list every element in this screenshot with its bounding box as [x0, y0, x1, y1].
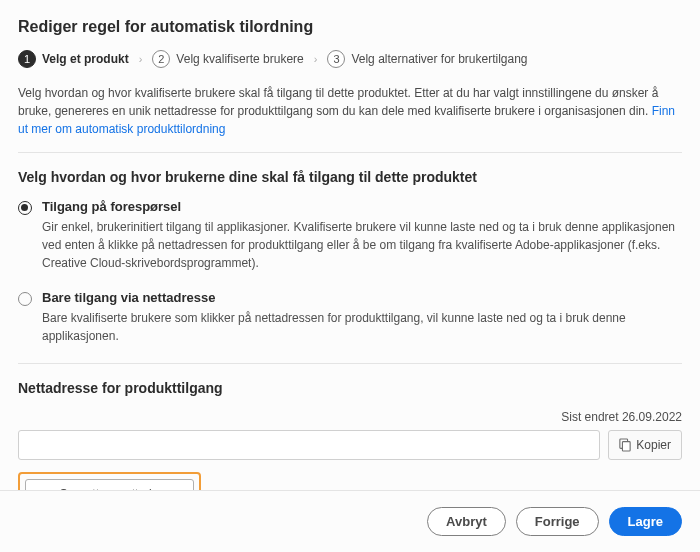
option-on-request[interactable]: Tilgang på forespørsel Gir enkel, bruker… — [18, 199, 682, 272]
copy-icon — [619, 438, 631, 452]
step-1-label: Velg et produkt — [42, 52, 129, 66]
option-on-request-desc: Gir enkel, brukerinitiert tilgang til ap… — [42, 218, 682, 272]
option-url-only-desc: Bare kvalifiserte brukere som klikker på… — [42, 309, 682, 345]
last-modified: Sist endret 26.09.2022 — [18, 410, 682, 424]
step-2-label: Velg kvalifiserte brukere — [176, 52, 303, 66]
option-on-request-title: Tilgang på forespørsel — [42, 199, 682, 214]
previous-button[interactable]: Forrige — [516, 507, 599, 536]
footer: Avbryt Forrige Lagre — [0, 490, 700, 552]
option-url-only[interactable]: Bare tilgang via nettadresse Bare kvalif… — [18, 290, 682, 345]
step-indicator: 1 Velg et produkt › 2 Velg kvalifiserte … — [18, 50, 682, 68]
step-1-number: 1 — [18, 50, 36, 68]
chevron-right-icon: › — [314, 53, 318, 65]
url-heading: Nettadresse for produkttilgang — [18, 380, 682, 396]
copy-button[interactable]: Kopier — [608, 430, 682, 460]
option-url-only-title: Bare tilgang via nettadresse — [42, 290, 682, 305]
step-2-number: 2 — [152, 50, 170, 68]
intro-text: Velg hvordan og hvor kvalifiserte bruker… — [18, 84, 682, 138]
radio-on-request[interactable] — [18, 201, 32, 215]
svg-rect-1 — [623, 442, 631, 451]
step-1[interactable]: 1 Velg et produkt — [18, 50, 129, 68]
url-input[interactable] — [18, 430, 600, 460]
page-title: Rediger regel for automatisk tilordning — [18, 18, 682, 36]
access-heading: Velg hvordan og hvor brukerne dine skal … — [18, 169, 682, 185]
copy-label: Kopier — [636, 438, 671, 452]
divider — [18, 363, 682, 364]
divider — [18, 152, 682, 153]
step-3[interactable]: 3 Velg alternativer for brukertilgang — [327, 50, 527, 68]
step-3-label: Velg alternativer for brukertilgang — [351, 52, 527, 66]
cancel-button[interactable]: Avbryt — [427, 507, 506, 536]
chevron-right-icon: › — [139, 53, 143, 65]
intro-content: Velg hvordan og hvor kvalifiserte bruker… — [18, 86, 658, 118]
save-button[interactable]: Lagre — [609, 507, 682, 536]
step-2[interactable]: 2 Velg kvalifiserte brukere — [152, 50, 303, 68]
step-3-number: 3 — [327, 50, 345, 68]
radio-url-only[interactable] — [18, 292, 32, 306]
